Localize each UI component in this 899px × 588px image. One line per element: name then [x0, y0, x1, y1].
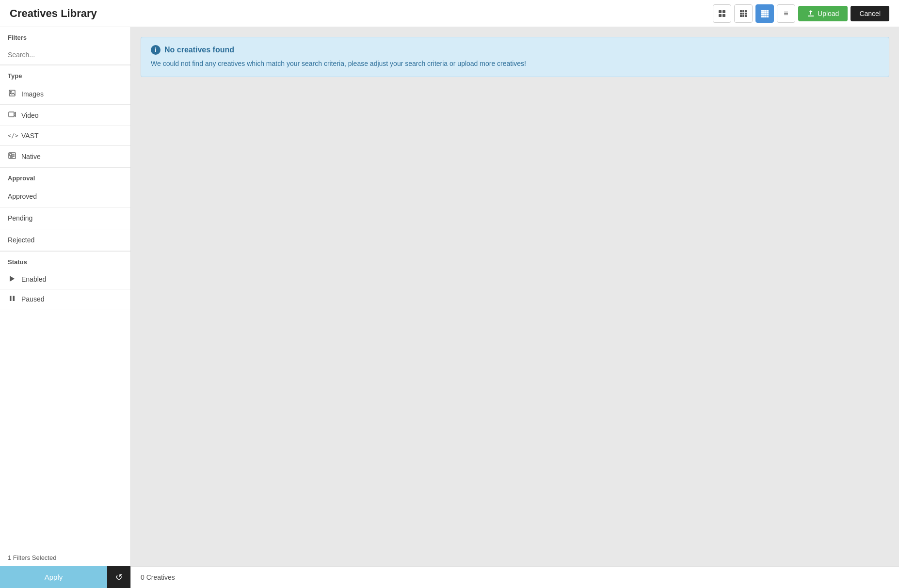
- upload-icon: [807, 10, 815, 17]
- video-icon: [8, 111, 16, 120]
- svg-rect-39: [13, 296, 15, 301]
- svg-rect-6: [745, 10, 747, 12]
- play-icon: [8, 275, 16, 283]
- main-content: i No creatives found We could not find a…: [131, 27, 899, 588]
- approved-label: Approved: [8, 192, 37, 200]
- alert-body-text: We could not find any creatives which ma…: [151, 59, 879, 69]
- search-wrapper: [0, 45, 130, 65]
- svg-rect-38: [10, 296, 12, 301]
- sidebar: Filters Type Images: [0, 27, 131, 588]
- svg-rect-16: [767, 10, 769, 12]
- filter-native-label: Native: [21, 153, 41, 160]
- svg-rect-20: [767, 12, 769, 14]
- native-icon: [8, 152, 16, 161]
- svg-rect-1: [722, 10, 725, 13]
- info-icon: i: [151, 45, 161, 55]
- svg-rect-28: [767, 16, 769, 17]
- page-title: Creatives Library: [10, 7, 97, 20]
- filters-selected-text: 1 Filters Selected: [8, 554, 56, 561]
- svg-rect-3: [722, 14, 725, 17]
- reset-icon: ↺: [115, 572, 123, 583]
- status-label: Status: [0, 251, 130, 270]
- view-list-button[interactable]: ≡: [777, 4, 795, 23]
- upload-button[interactable]: Upload: [798, 6, 848, 21]
- svg-rect-9: [745, 13, 747, 15]
- filter-item-pending[interactable]: Pending: [0, 207, 130, 229]
- filter-item-enabled[interactable]: Enabled: [0, 270, 130, 289]
- view-grid-large-button[interactable]: [713, 4, 731, 23]
- upload-label: Upload: [818, 10, 839, 17]
- svg-rect-33: [10, 154, 12, 156]
- content-footer: 0 Creatives: [131, 566, 899, 588]
- filters-label: Filters: [0, 27, 130, 45]
- reset-button[interactable]: ↺: [107, 566, 130, 588]
- code-icon: </>: [8, 132, 16, 139]
- svg-rect-26: [763, 16, 765, 17]
- paused-label: Paused: [21, 295, 44, 303]
- filters-selected: 1 Filters Selected: [0, 549, 130, 566]
- filter-vast-label: VAST: [21, 132, 39, 140]
- svg-rect-8: [742, 13, 744, 15]
- svg-rect-7: [740, 13, 742, 15]
- filter-images-label: Images: [21, 90, 44, 98]
- svg-rect-0: [719, 10, 722, 13]
- svg-rect-25: [761, 16, 763, 17]
- search-input[interactable]: [8, 50, 123, 60]
- rejected-label: Rejected: [8, 236, 34, 244]
- svg-rect-4: [740, 10, 742, 12]
- list-icon: ≡: [784, 9, 788, 18]
- filter-item-video[interactable]: Video: [0, 105, 130, 126]
- apply-reset-row: Apply ↺: [0, 566, 130, 588]
- creatives-count: 0 Creatives: [141, 573, 175, 581]
- type-label: Type: [0, 65, 130, 83]
- svg-rect-19: [765, 12, 767, 14]
- filter-item-vast[interactable]: </> VAST: [0, 126, 130, 146]
- header-actions: ≡ Upload Cancel: [713, 4, 889, 23]
- svg-rect-24: [767, 14, 769, 16]
- svg-rect-23: [765, 14, 767, 16]
- svg-rect-13: [761, 10, 763, 12]
- svg-rect-22: [763, 14, 765, 16]
- svg-rect-10: [740, 15, 742, 17]
- filter-item-images[interactable]: Images: [0, 83, 130, 105]
- approval-label: Approval: [0, 167, 130, 186]
- svg-rect-14: [763, 10, 765, 12]
- view-grid-medium-button[interactable]: [734, 4, 753, 23]
- apply-button[interactable]: Apply: [0, 566, 107, 588]
- svg-rect-11: [742, 15, 744, 17]
- svg-rect-18: [763, 12, 765, 14]
- header: Creatives Library: [0, 0, 899, 27]
- pause-icon: [8, 295, 16, 303]
- svg-rect-29: [9, 90, 15, 96]
- cancel-button[interactable]: Cancel: [851, 6, 889, 21]
- filter-item-paused[interactable]: Paused: [0, 289, 130, 309]
- main-layout: Filters Type Images: [0, 27, 899, 588]
- view-grid-small-button[interactable]: [755, 4, 774, 23]
- svg-rect-17: [761, 12, 763, 14]
- svg-point-30: [11, 92, 12, 93]
- filter-item-native[interactable]: Native: [0, 146, 130, 167]
- no-creatives-alert: i No creatives found We could not find a…: [141, 37, 889, 77]
- alert-title-row: i No creatives found: [151, 45, 879, 55]
- svg-rect-12: [745, 15, 747, 17]
- svg-rect-5: [742, 10, 744, 12]
- svg-rect-31: [9, 112, 14, 117]
- filter-video-label: Video: [21, 111, 39, 119]
- pending-label: Pending: [8, 214, 32, 222]
- image-icon: [8, 89, 16, 98]
- enabled-label: Enabled: [21, 275, 46, 283]
- filter-item-approved[interactable]: Approved: [0, 186, 130, 207]
- filter-item-rejected[interactable]: Rejected: [0, 229, 130, 251]
- alert-title-text: No creatives found: [164, 46, 234, 54]
- svg-rect-2: [719, 14, 722, 17]
- svg-rect-15: [765, 10, 767, 12]
- svg-rect-21: [761, 14, 763, 16]
- svg-rect-27: [765, 16, 767, 17]
